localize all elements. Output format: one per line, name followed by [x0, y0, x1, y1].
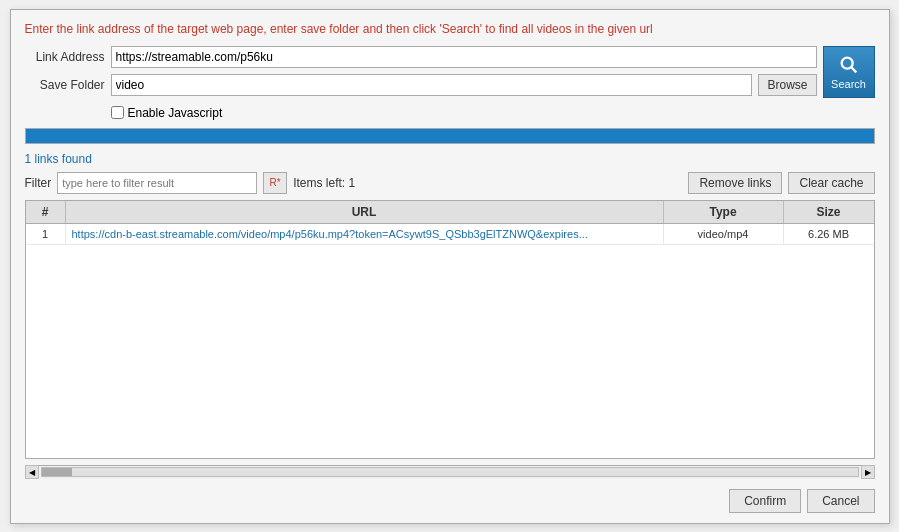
save-folder-input[interactable] — [111, 74, 753, 96]
filter-label: Filter — [25, 176, 52, 190]
enable-javascript-label: Enable Javascript — [128, 106, 223, 120]
filter-row: Filter R* Items left: 1 Remove links Cle… — [25, 172, 875, 194]
col-header-url: URL — [66, 201, 664, 223]
svg-line-1 — [851, 67, 856, 72]
col-header-num: # — [26, 201, 66, 223]
link-address-input[interactable] — [111, 46, 817, 68]
scrollbar-thumb — [42, 468, 72, 476]
regex-icon: R* — [270, 177, 281, 188]
scrollbar-track[interactable] — [41, 467, 859, 477]
search-button[interactable]: Search — [823, 46, 875, 98]
scroll-left-arrow[interactable]: ◀ — [25, 465, 39, 479]
footer-row: Confirm Cancel — [25, 489, 875, 513]
table-header: # URL Type Size — [26, 201, 874, 224]
form-fields: Link Address Save Folder Browse — [25, 46, 817, 98]
search-button-label: Search — [831, 78, 866, 90]
links-found-text: 1 links found — [25, 152, 875, 166]
confirm-button[interactable]: Confirm — [729, 489, 801, 513]
instruction-text: Enter the link address of the target web… — [25, 22, 875, 36]
link-address-row: Link Address — [25, 46, 817, 68]
main-dialog: Enter the link address of the target web… — [10, 9, 890, 524]
cell-url: https://cdn-b-east.streamable.com/video/… — [66, 224, 664, 244]
form-rows-container: Link Address Save Folder Browse Search — [25, 46, 875, 98]
table-row[interactable]: 1 https://cdn-b-east.streamable.com/vide… — [26, 224, 874, 245]
col-header-type: Type — [664, 201, 784, 223]
progress-bar-fill — [26, 129, 874, 143]
remove-links-button[interactable]: Remove links — [688, 172, 782, 194]
cell-num: 1 — [26, 224, 66, 244]
table-body: 1 https://cdn-b-east.streamable.com/vide… — [26, 224, 874, 458]
save-folder-label: Save Folder — [25, 78, 105, 92]
browse-button[interactable]: Browse — [758, 74, 816, 96]
filter-input[interactable] — [57, 172, 257, 194]
cell-type: video/mp4 — [664, 224, 784, 244]
results-table: # URL Type Size 1 https://cdn-b-east.str… — [25, 200, 875, 459]
scroll-right-arrow[interactable]: ▶ — [861, 465, 875, 479]
progress-bar-container — [25, 128, 875, 144]
clear-cache-button[interactable]: Clear cache — [788, 172, 874, 194]
svg-point-0 — [841, 57, 852, 68]
enable-javascript-row: Enable Javascript — [111, 106, 875, 120]
horizontal-scrollbar[interactable]: ◀ ▶ — [25, 465, 875, 479]
search-icon — [838, 54, 860, 76]
regex-button[interactable]: R* — [263, 172, 287, 194]
enable-javascript-checkbox[interactable] — [111, 106, 124, 119]
col-header-size: Size — [784, 201, 874, 223]
link-address-label: Link Address — [25, 50, 105, 64]
cancel-button[interactable]: Cancel — [807, 489, 874, 513]
items-left-text: Items left: 1 — [293, 176, 355, 190]
cell-size: 6.26 MB — [784, 224, 874, 244]
save-folder-row: Save Folder Browse — [25, 74, 817, 96]
